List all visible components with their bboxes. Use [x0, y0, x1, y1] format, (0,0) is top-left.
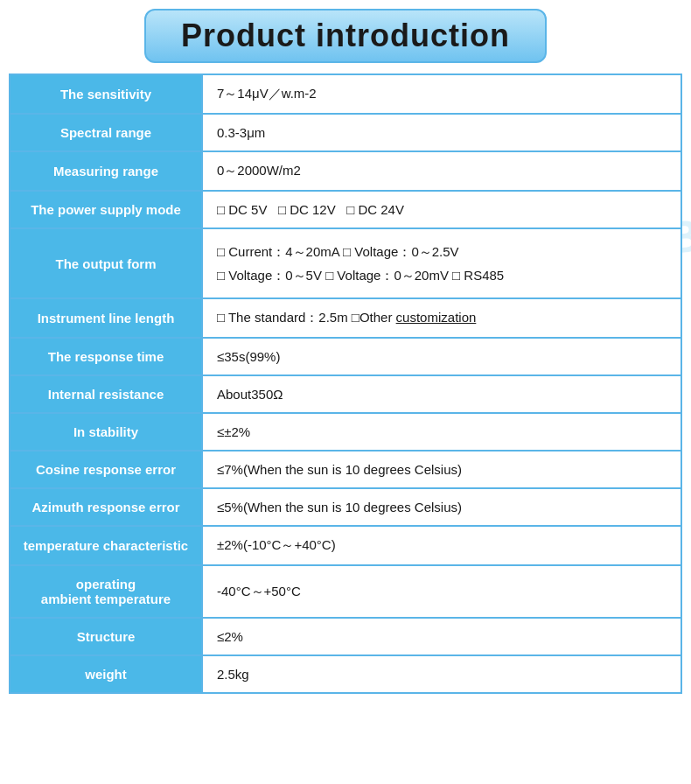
label-azimuth-error: Azimuth response error [10, 488, 202, 526]
table-row: Spectral range 0.3-3μm [10, 114, 681, 151]
value-structure: ≤2% [202, 618, 681, 655]
value-ambient-temp: -40°C～+50°C [202, 565, 681, 618]
table-row: temperature characteristic ±2%(-10°C～+40… [10, 526, 681, 565]
value-weight: 2.5kg [202, 655, 681, 693]
label-weight: weight [10, 655, 202, 693]
label-response-time: The response time [10, 338, 202, 375]
title-box: Product introduction [144, 9, 547, 63]
value-azimuth-error: ≤5%(When the sun is 10 degrees Celsius) [202, 488, 681, 526]
label-structure: Structure [10, 618, 202, 655]
label-ambient-temp: operatingambient temperature [10, 565, 202, 618]
value-spectral-range: 0.3-3μm [202, 114, 681, 151]
label-sensitivity: The sensitivity [10, 74, 202, 114]
title-container: Product introduction [9, 9, 682, 63]
label-power-supply: The power supply mode [10, 191, 202, 228]
output-line1: □ Current：4～20mA □ Voltage：0～2.5V [217, 244, 459, 259]
table-row: The response time ≤35s(99%) [10, 338, 681, 375]
label-cosine-error: Cosine response error [10, 451, 202, 488]
value-internal-resistance: About350Ω [202, 375, 681, 413]
value-output-form: □ Current：4～20mA □ Voltage：0～2.5V □ Volt… [202, 228, 681, 298]
value-response-time: ≤35s(99%) [202, 338, 681, 375]
table-row: The sensitivity 7～14μV／w.m-2 [10, 74, 681, 114]
specs-table: The sensitivity 7～14μV／w.m-2 Spectral ra… [9, 74, 682, 694]
table-row: Cosine response error ≤7%(When the sun i… [10, 451, 681, 488]
table-row: The power supply mode □ DC 5V □ DC 12V □… [10, 191, 681, 228]
label-output-form: The output form [10, 228, 202, 298]
table-row: Structure ≤2% [10, 618, 681, 655]
value-cosine-error: ≤7%(When the sun is 10 degrees Celsius) [202, 451, 681, 488]
table-row: Internal resistance About350Ω [10, 375, 681, 413]
value-stability: ≤±2% [202, 413, 681, 451]
table-row: Instrument line length □ The standard：2.… [10, 298, 681, 338]
table-row: In stability ≤±2% [10, 413, 681, 451]
label-spectral-range: Spectral range [10, 114, 202, 151]
label-instrument-line: Instrument line length [10, 298, 202, 338]
label-measuring-range: Measuring range [10, 151, 202, 191]
value-temp-characteristic: ±2%(-10°C～+40°C) [202, 526, 681, 565]
value-power-supply: □ DC 5V □ DC 12V □ DC 24V [202, 191, 681, 228]
customization-link: customization [396, 310, 477, 325]
table-row: operatingambient temperature -40°C～+50°C [10, 565, 681, 618]
table-row: Measuring range 0～2000W/m2 [10, 151, 681, 191]
label-internal-resistance: Internal resistance [10, 375, 202, 413]
value-instrument-line: □ The standard：2.5m □Other customization [202, 298, 681, 338]
table-row: Azimuth response error ≤5%(When the sun … [10, 488, 681, 526]
value-sensitivity: 7～14μV／w.m-2 [202, 74, 681, 114]
value-measuring-range: 0～2000W/m2 [202, 151, 681, 191]
table-row: weight 2.5kg [10, 655, 681, 693]
label-stability: In stability [10, 413, 202, 451]
table-row: The output form □ Current：4～20mA □ Volta… [10, 228, 681, 298]
label-temp-characteristic: temperature characteristic [10, 526, 202, 565]
page-title: Product introduction [181, 18, 510, 53]
output-line2: □ Voltage：0～5V □ Voltage：0～20mV □ RS485 [217, 268, 504, 283]
